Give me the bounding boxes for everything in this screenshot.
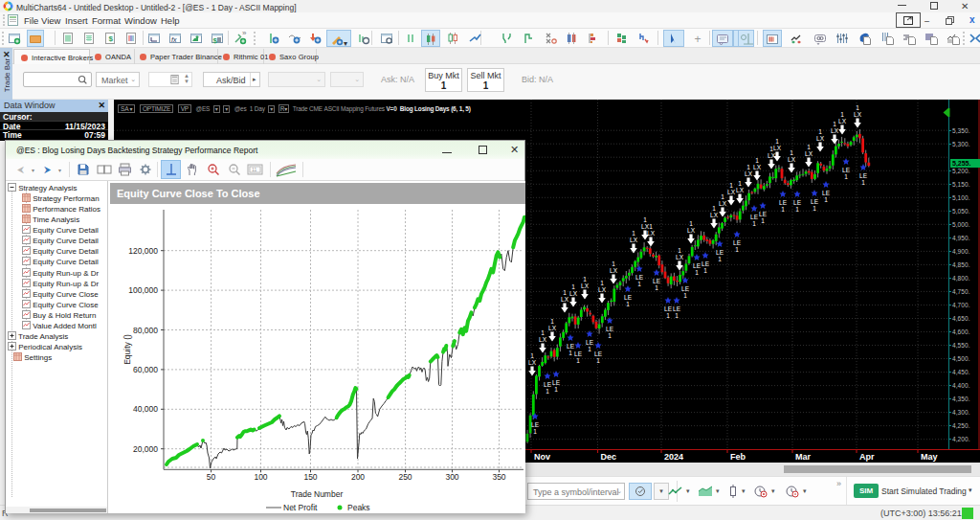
svg-text:1: 1 <box>626 301 630 307</box>
svg-text:1: 1 <box>608 332 612 339</box>
svg-text:1: 1 <box>813 205 816 212</box>
svg-text:LE: LE <box>544 381 552 388</box>
svg-text:LX: LX <box>838 118 847 124</box>
svg-text:LX: LX <box>805 150 813 157</box>
svg-text:1: 1 <box>807 144 811 150</box>
svg-text:LX: LX <box>569 290 578 297</box>
svg-text:LX: LX <box>816 135 825 142</box>
svg-text:1: 1 <box>675 312 679 319</box>
svg-text:1: 1 <box>571 283 575 290</box>
svg-text:LE: LE <box>702 260 710 267</box>
svg-text:fx: fx <box>171 36 177 43</box>
svg-text:1: 1 <box>655 284 658 291</box>
svg-text:20,000: 20,000 <box>133 444 158 454</box>
svg-text:$: $ <box>213 36 218 45</box>
svg-text:LE: LE <box>673 305 681 312</box>
svg-text:LE: LE <box>531 421 540 428</box>
svg-text:LE: LE <box>716 249 724 256</box>
svg-text:1: 1 <box>568 350 572 356</box>
svg-text:1: 1 <box>844 173 848 180</box>
svg-text:1: 1 <box>583 276 587 283</box>
svg-text:LX: LX <box>727 189 736 195</box>
svg-text:1: 1 <box>637 281 641 287</box>
svg-text:1: 1 <box>600 280 604 286</box>
svg-text:1: 1 <box>666 312 670 319</box>
svg-text:LX: LX <box>647 230 656 237</box>
svg-text:1: 1 <box>563 289 567 296</box>
svg-text:LE: LE <box>859 172 868 179</box>
svg-text:1: 1 <box>649 223 653 230</box>
svg-text:350: 350 <box>492 472 505 482</box>
svg-text:Equity (): Equity () <box>122 334 132 365</box>
svg-text:200: 200 <box>351 472 365 482</box>
svg-text:1: 1 <box>689 220 693 227</box>
svg-text:1: 1 <box>678 247 681 254</box>
svg-text:50: 50 <box>207 472 216 482</box>
svg-text:11: 11 <box>252 167 256 172</box>
svg-text:$: $ <box>109 34 114 43</box>
svg-text:1: 1 <box>554 386 558 393</box>
svg-text:LE: LE <box>681 285 690 292</box>
svg-text:1: 1 <box>612 260 615 267</box>
svg-text:1: 1 <box>541 329 545 336</box>
svg-text:250: 250 <box>398 472 412 482</box>
svg-text:1: 1 <box>761 217 765 224</box>
svg-text:1: 1 <box>795 206 799 213</box>
svg-text:LX: LX <box>539 336 547 343</box>
svg-text:Net Profit: Net Profit <box>283 503 318 512</box>
svg-text:LE: LE <box>759 211 768 217</box>
svg-text:100: 100 <box>254 472 267 482</box>
svg-text:1: 1 <box>856 104 859 111</box>
svg-text:LE: LE <box>793 199 802 206</box>
svg-text:LX: LX <box>548 325 557 331</box>
svg-text:LE: LE <box>552 379 561 386</box>
svg-text:1: 1 <box>546 388 549 395</box>
svg-text:LX: LX <box>854 111 862 118</box>
svg-text:LX: LX <box>831 127 839 134</box>
svg-text:100,000: 100,000 <box>128 285 158 295</box>
svg-text:1: 1 <box>588 346 591 352</box>
svg-text:LX: LX <box>630 237 638 243</box>
svg-text:40,000: 40,000 <box>133 404 158 414</box>
svg-text:LX: LX <box>598 286 607 293</box>
svg-text:LE: LE <box>733 239 742 246</box>
svg-text:LE: LE <box>842 167 851 173</box>
svg-text:LE: LE <box>811 198 819 205</box>
svg-text:LX: LX <box>561 296 569 303</box>
svg-text:1: 1 <box>703 267 707 274</box>
svg-text:1: 1 <box>530 352 534 359</box>
svg-text:LX: LX <box>581 283 590 289</box>
svg-text:1: 1 <box>735 246 739 253</box>
svg-text:1: 1 <box>755 157 759 164</box>
svg-text:LE: LE <box>624 294 633 301</box>
svg-text:1: 1 <box>721 193 724 200</box>
svg-text:LE: LE <box>594 350 603 357</box>
svg-text:60,000: 60,000 <box>133 365 158 374</box>
svg-text:120,000: 120,000 <box>128 246 158 256</box>
svg-text:300: 300 <box>445 472 458 482</box>
svg-text:1: 1 <box>632 230 635 237</box>
svg-text:1: 1 <box>861 179 865 186</box>
svg-text:1: 1 <box>790 149 793 156</box>
svg-text:LX: LX <box>528 359 537 366</box>
svg-text:1: 1 <box>781 206 785 213</box>
svg-text:1: 1 <box>643 216 647 223</box>
svg-text:1: 1 <box>533 428 537 435</box>
svg-text:LE: LE <box>653 278 661 284</box>
svg-text:Trade Number: Trade Number <box>291 489 344 499</box>
svg-text:LE: LE <box>606 326 614 332</box>
svg-text:1: 1 <box>695 269 699 276</box>
svg-text:1: 1 <box>576 357 580 364</box>
svg-text:80,000: 80,000 <box>133 326 158 335</box>
svg-text:LX: LX <box>753 164 762 170</box>
svg-text:LE: LE <box>750 214 759 220</box>
svg-text:LE: LE <box>586 339 594 346</box>
svg-text:LE: LE <box>693 262 702 269</box>
svg-text:1: 1 <box>752 220 756 227</box>
svg-text:Peaks: Peaks <box>347 503 370 512</box>
svg-text:LE: LE <box>779 199 788 206</box>
svg-text:LX: LX <box>773 145 782 151</box>
svg-text:1: 1 <box>712 205 716 212</box>
svg-text:LE: LE <box>822 190 831 196</box>
svg-text:1: 1 <box>840 111 844 118</box>
